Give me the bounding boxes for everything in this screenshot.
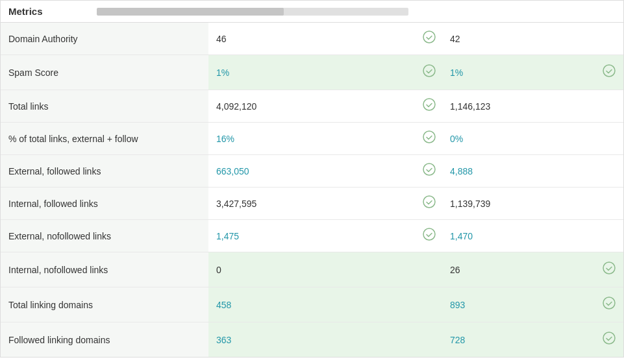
metric-label-followed-linking-domains: Followed linking domains [1, 322, 208, 357]
svg-point-6 [423, 196, 435, 208]
metric-value2-external-followed: 4,888 [442, 155, 623, 187]
metric-value1-pct-total-links: 16% [208, 123, 416, 154]
table-row: Followed linking domains363728 [1, 322, 623, 357]
metric-value2-link-spam-score[interactable]: 1% [450, 67, 463, 78]
table-row: % of total links, external + follow16% 0… [1, 123, 623, 155]
metric-value2-link-external-nofollowed[interactable]: 1,470 [450, 231, 473, 241]
svg-point-9 [603, 297, 615, 309]
check-circle-icon [423, 163, 436, 179]
check-circle-icon [423, 195, 436, 212]
metric-check-icon-internal-followed [416, 188, 442, 219]
metric-label-total-links: Total links [1, 90, 208, 122]
svg-point-4 [423, 131, 435, 143]
metric-value1-external-nofollowed: 1,475 [208, 220, 416, 252]
metric-value2-text-internal-nofollowed: 26 [450, 265, 460, 275]
metric-value2-text-total-links: 1,146,123 [450, 101, 490, 112]
table-row: Internal, followed links3,427,595 1,139,… [1, 188, 623, 220]
table-row: External, nofollowed links1,475 1,470 [1, 220, 623, 252]
check-circle-icon [423, 64, 436, 80]
svg-point-5 [423, 164, 435, 175]
svg-point-7 [423, 228, 435, 240]
metric-value2-link-followed-linking-domains[interactable]: 728 [450, 335, 465, 345]
check-circle-icon-right [603, 332, 616, 348]
metric-value1-internal-followed: 3,427,595 [208, 188, 416, 219]
metric-check-icon-domain-authority [416, 23, 442, 55]
metric-value1-external-followed: 663,050 [208, 155, 416, 187]
metric-check-icon-external-followed [416, 155, 442, 187]
metric-value2-pct-total-links: 0% [442, 123, 623, 154]
progress-bar [97, 8, 408, 16]
metric-value1-total-linking-domains: 458 [208, 287, 416, 322]
metric-value1-link-external-followed[interactable]: 663,050 [216, 166, 249, 176]
svg-point-10 [603, 332, 615, 344]
metric-check-icon-external-nofollowed [416, 220, 442, 252]
metric-check-icon-followed-linking-domains [416, 322, 442, 357]
table-row: Internal, nofollowed links026 [1, 252, 623, 287]
metric-value1-domain-authority: 46 [208, 23, 416, 55]
metric-label-domain-authority: Domain Authority [1, 23, 208, 55]
metric-label-spam-score: Spam Score [1, 55, 208, 90]
svg-point-2 [603, 65, 615, 77]
metric-value1-link-followed-linking-domains[interactable]: 363 [216, 335, 231, 345]
metric-value2-external-nofollowed: 1,470 [442, 220, 623, 252]
metric-value1-link-pct-total-links[interactable]: 16% [216, 134, 234, 144]
metric-label-pct-total-links: % of total links, external + follow [1, 123, 208, 154]
metric-value2-internal-nofollowed: 26 [442, 252, 623, 287]
metric-label-internal-nofollowed: Internal, nofollowed links [1, 252, 208, 287]
metric-label-external-nofollowed: External, nofollowed links [1, 220, 208, 252]
metric-value2-domain-authority: 42 [442, 23, 623, 55]
metric-value2-spam-score: 1% [442, 55, 623, 90]
metric-value2-followed-linking-domains: 728 [442, 322, 623, 357]
progress-bar-fill [97, 8, 284, 16]
metrics-container: Metrics Domain Authority46 42Spam Score1… [0, 0, 624, 358]
table-row: Spam Score1% 1% [1, 55, 623, 90]
metric-label-external-followed: External, followed links [1, 155, 208, 187]
metrics-table: Domain Authority46 42Spam Score1% 1% Tot… [1, 23, 623, 357]
metric-value2-total-links: 1,146,123 [442, 90, 623, 122]
check-circle-icon [423, 98, 436, 114]
metric-value2-text-internal-followed: 1,139,739 [450, 199, 490, 209]
svg-point-1 [423, 65, 435, 77]
check-circle-icon-right [603, 64, 616, 80]
metric-value2-link-total-linking-domains[interactable]: 893 [450, 300, 465, 310]
check-circle-icon [423, 130, 436, 147]
svg-point-3 [423, 99, 435, 110]
metric-check-icon-internal-nofollowed [416, 252, 442, 287]
svg-point-8 [603, 262, 615, 274]
metric-check-icon-total-linking-domains [416, 287, 442, 322]
table-row: Domain Authority46 42 [1, 23, 623, 55]
metric-value1-total-links: 4,092,120 [208, 90, 416, 122]
svg-point-0 [423, 31, 435, 43]
table-row: External, followed links663,050 4,888 [1, 155, 623, 188]
metric-label-total-linking-domains: Total linking domains [1, 287, 208, 322]
check-circle-icon [423, 228, 436, 244]
metric-check-icon-total-links [416, 90, 442, 122]
metric-check-icon-spam-score [416, 55, 442, 90]
metric-value1-followed-linking-domains: 363 [208, 322, 416, 357]
table-row: Total links4,092,120 1,146,123 [1, 90, 623, 123]
metrics-header: Metrics [1, 1, 623, 23]
check-circle-icon [423, 30, 436, 47]
table-row: Total linking domains458893 [1, 287, 623, 322]
check-circle-icon-right [603, 297, 616, 313]
metric-value1-link-total-linking-domains[interactable]: 458 [216, 300, 231, 310]
metric-value1-link-spam-score[interactable]: 1% [216, 67, 229, 78]
metric-label-internal-followed: Internal, followed links [1, 188, 208, 219]
metric-value1-internal-nofollowed: 0 [208, 252, 416, 287]
metric-value1-link-external-nofollowed[interactable]: 1,475 [216, 231, 239, 241]
metric-value2-total-linking-domains: 893 [442, 287, 623, 322]
metric-value2-text-domain-authority: 42 [450, 34, 460, 44]
metrics-title: Metrics [8, 6, 86, 17]
metric-value2-internal-followed: 1,139,739 [442, 188, 623, 219]
metric-value2-link-pct-total-links[interactable]: 0% [450, 134, 463, 144]
check-circle-icon-right [603, 261, 616, 278]
metric-value1-spam-score: 1% [208, 55, 416, 90]
metric-check-icon-pct-total-links [416, 123, 442, 154]
metric-value2-link-external-followed[interactable]: 4,888 [450, 166, 473, 176]
